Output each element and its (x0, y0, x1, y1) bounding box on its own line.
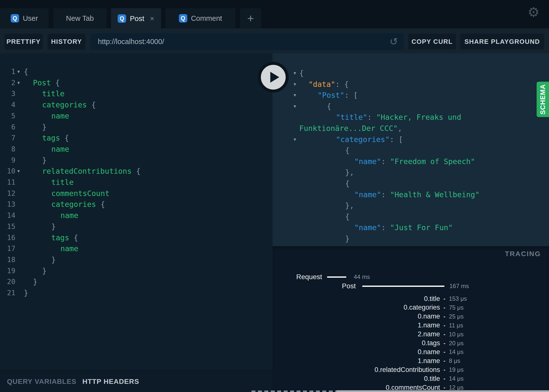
response-line: { (273, 211, 549, 222)
fold-arrow-icon[interactable]: ▾ (294, 90, 296, 101)
resolver-duration: 20 μs (449, 340, 464, 347)
tab-post[interactable]: QPost× (111, 8, 161, 29)
play-icon (270, 72, 279, 83)
tracing-span-row: Request44 ms (273, 272, 370, 281)
code-text: name (51, 110, 69, 122)
add-tab-button[interactable]: + (240, 8, 261, 28)
fold-arrow-icon[interactable]: ▾ (294, 101, 296, 112)
query-line: 13categories { (0, 199, 273, 210)
tab-label: User (23, 14, 38, 23)
tab-user[interactable]: QUser (0, 8, 49, 28)
resolver-dash: - (443, 340, 445, 347)
code-text: } (33, 276, 37, 287)
line-number: 3 (0, 88, 15, 99)
tab-new-tab[interactable]: New Tab (53, 8, 107, 28)
fold-arrow-icon[interactable]: ▾ (294, 79, 296, 90)
fold-arrow-icon[interactable]: ▾ (17, 66, 20, 77)
resolver-path: 0.title (273, 375, 440, 383)
response-line: ▾"data": { (273, 79, 549, 90)
tracing-span-bar (327, 276, 346, 278)
response-line: ▾{ (273, 101, 549, 112)
code-text: } (42, 265, 47, 276)
endpoint-url-input[interactable]: http://localhost:4000/ ↺ (90, 33, 404, 50)
resolver-dash: - (443, 322, 445, 329)
line-number: 13 (0, 199, 15, 210)
http-headers-tab[interactable]: HTTP HEADERS (82, 378, 139, 386)
fold-arrow-icon[interactable]: ▾ (17, 77, 20, 88)
tracing-resolver-row: 0.name-25 μs (273, 313, 464, 320)
tab-comment[interactable]: QComment (165, 8, 235, 28)
resolver-duration: 14 μs (449, 375, 464, 382)
resolver-dash: - (443, 384, 445, 391)
response-pane: ▾{▾"data": {▾"Post": [▾{"title": "Hacker… (273, 53, 549, 246)
code-text: }, (345, 200, 354, 211)
tracing-resolver-row: 0.name-14 μs (273, 348, 464, 356)
tracing-resolver-row: 0.categories-75 μs (273, 304, 464, 312)
line-number: 7 (0, 132, 15, 144)
fold-arrow-icon[interactable]: ▾ (294, 134, 296, 145)
code-text: title (42, 88, 64, 99)
response-line: ▾"Post": [ (273, 90, 549, 101)
code-text: } (51, 221, 56, 232)
fold-arrow-icon[interactable]: ▾ (294, 68, 296, 79)
query-badge-icon: Q (179, 14, 187, 23)
resolver-dash: - (443, 331, 445, 338)
code-text: }, (345, 167, 354, 178)
code-text: { (24, 66, 28, 77)
code-text: } (51, 254, 56, 265)
close-tab-icon[interactable]: × (150, 15, 154, 22)
resolver-duration: 14 μs (449, 348, 464, 355)
query-line: 2▾Post { (0, 77, 273, 88)
tracing-resolver-row: 1.name-11 μs (273, 321, 463, 329)
horizontal-scrollbar[interactable] (336, 390, 549, 392)
resolver-path: 1.name (273, 321, 440, 329)
code-text: { (345, 211, 350, 222)
code-text: } (42, 155, 47, 166)
tracing-title: TRACING (505, 250, 541, 258)
history-button[interactable]: HISTORY (48, 34, 85, 49)
response-line: }, (273, 200, 549, 211)
response-line: Funktionäre...Der CCC", (273, 123, 549, 134)
query-line: 17name (0, 243, 273, 254)
resolver-duration: 11 μs (449, 322, 463, 329)
copy-curl-button[interactable]: COPY CURL (408, 34, 456, 49)
fold-arrow-icon[interactable]: ▾ (17, 166, 20, 177)
resolver-duration: 10 μs (449, 331, 464, 338)
resolver-path: 0.tags (273, 339, 440, 347)
tab-label: New Tab (66, 14, 94, 23)
code-text: title (51, 177, 74, 188)
code-text: relatedContributions { (42, 166, 140, 177)
resolver-path: 0.categories (273, 304, 440, 311)
execute-query-button[interactable] (258, 62, 289, 93)
line-number: 8 (0, 144, 15, 155)
resolver-dash: - (443, 295, 445, 302)
code-text: } (42, 122, 47, 133)
clipped-text-fragment (251, 391, 337, 392)
line-number: 10 (0, 166, 15, 177)
query-variables-tab[interactable]: QUERY VARIABLES (7, 378, 77, 386)
resolver-dash: - (443, 304, 445, 311)
line-number: 17 (0, 243, 15, 254)
toolbar: PRETTIFY HISTORY http://localhost:4000/ … (0, 28, 549, 53)
prettify-button[interactable]: PRETTIFY (4, 34, 43, 49)
code-text: { (327, 101, 331, 112)
code-text: "data": { (308, 79, 349, 90)
response-line: ▾"categories": [ (273, 134, 549, 145)
line-number: 4 (0, 99, 15, 110)
code-text: commentsCount (51, 188, 110, 199)
line-number: 20 (0, 276, 15, 287)
tracing-resolver-row: 0.title-153 μs (273, 295, 467, 303)
line-number: 5 (0, 110, 15, 122)
resolver-duration: 12 μs (449, 384, 464, 391)
resolver-path: 1.name (273, 357, 440, 365)
query-editor[interactable]: 1▾{2▾Post {3title4categories {5name6}7ta… (0, 53, 273, 370)
line-number: 21 (0, 287, 15, 298)
share-playground-button[interactable]: SHARE PLAYGROUND (460, 34, 544, 49)
line-number: 15 (0, 221, 15, 232)
schema-side-tab[interactable]: SCHEMA (537, 82, 549, 117)
settings-gear-icon[interactable]: ⚙ (528, 4, 540, 20)
code-text: { (345, 178, 350, 189)
code-text: categories { (51, 199, 105, 210)
line-number: 2 (0, 77, 15, 88)
reload-schema-icon[interactable]: ↺ (389, 36, 404, 47)
